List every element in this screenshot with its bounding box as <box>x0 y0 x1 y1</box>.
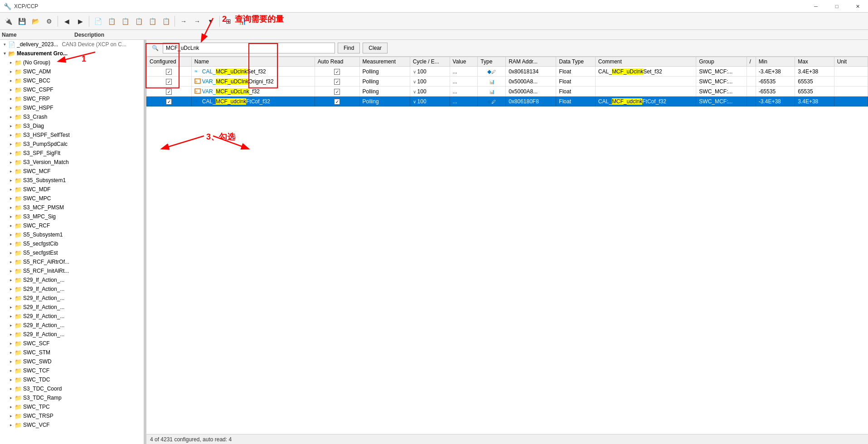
table-row-row2[interactable]: vVAR_MCF_uDClnkOrigni_f32Polling∨ 100...… <box>147 77 868 87</box>
tree-item-s3crash[interactable]: ▸📁S3_Crash <box>0 112 144 121</box>
toolbar-btn-grid[interactable]: ⊞ <box>222 15 235 28</box>
tree-item-s29action1[interactable]: ▸📁S29_If_Action_... <box>0 275 144 285</box>
tree-item-swctcf[interactable]: ▸📁SWC_TCF <box>0 366 144 375</box>
minimize-button[interactable]: ─ <box>805 0 826 13</box>
tree-item-s5sub1[interactable]: ▸📁S5_Subsystem1 <box>0 230 144 239</box>
tree-item-s3mpcsig[interactable]: ▸📁S3_MPC_Sig <box>0 212 144 221</box>
tree-item-delivery[interactable]: ▾📄_delivery_2023...CAN3 Device (XCP on C… <box>0 40 144 49</box>
tree-expand-s5rcfinitalrt[interactable]: ▸ <box>8 268 14 274</box>
tree-expand-swcmcf[interactable]: ▸ <box>8 169 14 174</box>
tree-expand-s29action5[interactable]: ▸ <box>8 314 14 319</box>
maximize-button[interactable]: □ <box>826 0 847 13</box>
tree-item-s29action6[interactable]: ▸📁S29_If_Action_... <box>0 321 144 330</box>
checkbox-autoread-row2[interactable] <box>334 79 340 85</box>
tree-expand-s29action1[interactable]: ▸ <box>8 277 14 283</box>
cell-autoread-row2[interactable] <box>315 77 359 87</box>
checkbox-autoread-row1[interactable] <box>334 69 340 75</box>
toolbar-btn-settings[interactable]: ⚙ <box>43 15 55 28</box>
tree-item-s3spfsigfit[interactable]: ▸📁S3_SPF_SigFlt <box>0 149 144 158</box>
cell-autoread-row1[interactable] <box>315 67 359 77</box>
tree-expand-s3spfsigfit[interactable]: ▸ <box>8 150 14 156</box>
toolbar-btn-chart[interactable]: 📊 <box>236 15 248 28</box>
checkbox-configured-row2[interactable] <box>166 79 172 85</box>
tree-expand-s29action6[interactable]: ▸ <box>8 323 14 328</box>
tree-item-swcswd[interactable]: ▸📁SWC_SWD <box>0 357 144 366</box>
tree-expand-s35sub[interactable]: ▸ <box>8 178 14 183</box>
tree-item-swcadm[interactable]: ▸📁SWC_ADM <box>0 67 144 76</box>
tree-expand-s3mcfpmsm[interactable]: ▸ <box>8 205 14 210</box>
table-row-row3[interactable]: vVAR_MCF_uDcLnk_f32Polling∨ 100...📊0x500… <box>147 87 868 97</box>
tree-item-s29action4[interactable]: ▸📁S29_If_Action_... <box>0 303 144 312</box>
tree-expand-swcmpc[interactable]: ▸ <box>8 196 14 201</box>
cell-configured-row4[interactable] <box>147 97 192 106</box>
tree-item-s5secfgstcib[interactable]: ▸📁S5_secfgstCib <box>0 239 144 248</box>
tree-expand-swctrsp[interactable]: ▸ <box>8 413 14 419</box>
tree-expand-s5sub1[interactable]: ▸ <box>8 232 14 237</box>
tree-item-s3version[interactable]: ▸📁S3_Version_Match <box>0 158 144 167</box>
tree-expand-s3tdccoord[interactable]: ▸ <box>8 386 14 391</box>
tree-item-s3tdcramp[interactable]: ▸📁S3_TDC_Ramp <box>0 393 144 402</box>
tree-expand-s3tdcramp[interactable]: ▸ <box>8 395 14 401</box>
tree-expand-s5secfgstest[interactable]: ▸ <box>8 250 14 256</box>
tree-expand-s3diag[interactable]: ▸ <box>8 123 14 129</box>
tree-expand-swcmdf[interactable]: ▸ <box>8 187 14 192</box>
tree-item-swcrcf[interactable]: ▸📁SWC_RCF <box>0 221 144 230</box>
table-row-row1[interactable]: ≈CAL_MCF_uDclnkSet_f32Polling∨ 100...◆🖊0… <box>147 67 868 77</box>
tree-expand-swcscf[interactable]: ▸ <box>8 341 14 346</box>
cell-autoread-row4[interactable] <box>315 97 359 106</box>
tree-expand-delivery[interactable]: ▾ <box>2 42 7 47</box>
toolbar-btn-file3[interactable]: 📋 <box>119 15 131 28</box>
tree-item-swcstm[interactable]: ▸📁SWC_STM <box>0 348 144 357</box>
tree-expand-swcrcf[interactable]: ▸ <box>8 223 14 228</box>
tree-expand-s5rcfalrtrof[interactable]: ▸ <box>8 259 14 265</box>
toolbar-btn-filter[interactable]: ▼ <box>204 15 217 28</box>
tree-expand-s5secfgstcib[interactable]: ▸ <box>8 241 14 246</box>
tree-item-swctpc[interactable]: ▸📁SWC_TPC <box>0 402 144 411</box>
find-button[interactable]: Find <box>338 43 360 53</box>
tree-expand-nogroup[interactable]: ▸ <box>8 60 14 65</box>
tree-item-swctdc[interactable]: ▸📁SWC_TDC <box>0 375 144 384</box>
search-input[interactable] <box>163 43 335 53</box>
tree-item-s35sub[interactable]: ▸📁S35_Subsystem1 <box>0 176 144 185</box>
checkbox-configured-row1[interactable] <box>166 69 172 75</box>
tree-item-s3pumpspdcalc[interactable]: ▸📁S3_PumpSpdCalc <box>0 140 144 149</box>
tree-expand-swcswd[interactable]: ▸ <box>8 359 14 364</box>
tree-expand-s29action3[interactable]: ▸ <box>8 295 14 301</box>
tree-expand-swcfrp[interactable]: ▸ <box>8 96 14 101</box>
tree-item-s5rcfinitalrt[interactable]: ▸📁S5_RCF_InitAlRt... <box>0 266 144 275</box>
toolbar-btn-file6[interactable]: 📋 <box>160 15 172 28</box>
toolbar-btn-file4[interactable]: 📋 <box>132 15 145 28</box>
checkbox-autoread-row3[interactable] <box>334 89 340 95</box>
checkbox-configured-row3[interactable] <box>166 89 172 95</box>
tree-item-swcmdf[interactable]: ▸📁SWC_MDF <box>0 185 144 194</box>
tree-expand-s3version[interactable]: ▸ <box>8 159 14 165</box>
clear-button[interactable]: Clear <box>363 43 388 53</box>
toolbar-btn-open[interactable]: 📂 <box>29 15 42 28</box>
tree-item-swccspf[interactable]: ▸📁SWC_CSPF <box>0 85 144 94</box>
toolbar-btn-arrow1[interactable]: → <box>177 15 190 28</box>
tree-expand-swcadm[interactable]: ▸ <box>8 69 14 74</box>
tree-expand-s29action2[interactable]: ▸ <box>8 286 14 292</box>
tree-expand-s3crash[interactable]: ▸ <box>8 114 14 120</box>
tree-item-swcbcc[interactable]: ▸📁SWC_BCC <box>0 76 144 85</box>
tree-expand-s29action7[interactable]: ▸ <box>8 332 14 337</box>
toolbar-btn-file2[interactable]: 📋 <box>105 15 118 28</box>
cell-configured-row2[interactable] <box>147 77 192 87</box>
tree-expand-s29action4[interactable]: ▸ <box>8 304 14 310</box>
tree-expand-swcvcf[interactable]: ▸ <box>8 422 14 428</box>
toolbar-btn-file1[interactable]: 📄 <box>92 15 104 28</box>
tree-item-swctrsp[interactable]: ▸📁SWC_TRSP <box>0 411 144 420</box>
tree-item-nogroup[interactable]: ▸📁(No Group) <box>0 58 144 67</box>
toolbar-btn-file5[interactable]: 📋 <box>146 15 159 28</box>
tree-expand-swctpc[interactable]: ▸ <box>8 404 14 410</box>
tree-item-swcvcf[interactable]: ▸📁SWC_VCF <box>0 420 144 430</box>
tree-expand-measgroup[interactable]: ▾ <box>2 51 7 56</box>
toolbar-btn-save[interactable]: 💾 <box>15 15 28 28</box>
toolbar-btn-arrow2[interactable]: → <box>191 15 204 28</box>
tree-item-swcmcf[interactable]: ▸📁SWC_MCF <box>0 167 144 176</box>
table-row-row4[interactable]: ≈CAL_MCF_udclnkFtCof_f32Polling∨ 100...◆… <box>147 97 868 106</box>
close-button[interactable]: ✕ <box>847 0 868 13</box>
checkbox-autoread-row4[interactable] <box>334 99 340 105</box>
tree-item-s3tdccoord[interactable]: ▸📁S3_TDC_Coord <box>0 384 144 393</box>
toolbar-btn-prev[interactable]: ◀ <box>60 15 73 28</box>
